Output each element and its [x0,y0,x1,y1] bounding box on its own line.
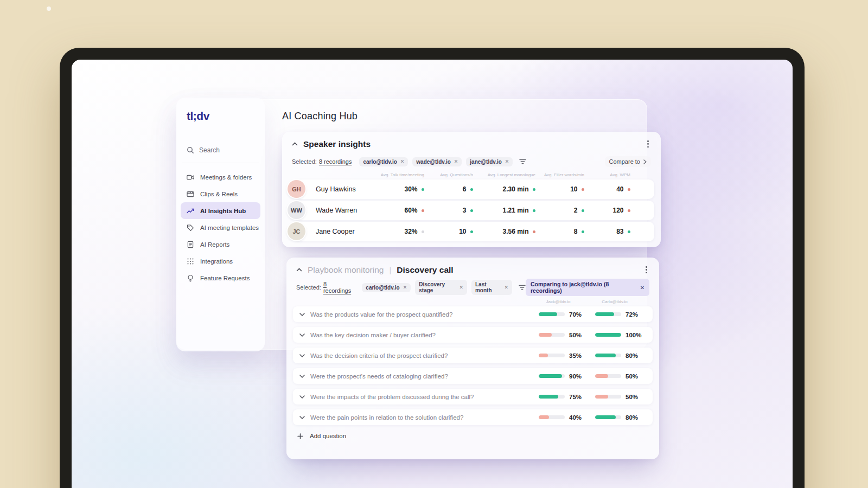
playbook-question-row[interactable]: Was the products value for the prospect … [293,306,653,322]
progress-bar-fill [595,415,616,419]
sidebar-item-clips-reels[interactable]: Clips & Reels [181,185,260,202]
progress-bar-fill [539,312,557,316]
score-group: 80% [595,352,645,359]
avatar: GH [288,180,305,198]
sidebar-item-meetings-folders[interactable]: Meetings & folders [181,169,260,185]
chevron-down-icon[interactable] [299,416,305,419]
score-group: 35% [539,352,589,359]
filter-chip-label: Discovery stage [419,281,456,293]
sidebar-item-feature-requests[interactable]: Feature Requests [181,269,260,286]
speaker-insights-header: Speaker insights [282,132,661,149]
playbook-question-row[interactable]: Was the key decision maker / buyer clari… [293,327,653,343]
comparing-to-label: Comparing to jack@tldv.io (8 recordings) [531,281,636,294]
score-group: 80% [595,414,645,421]
filter-chip[interactable]: jane@tldv.io✕ [466,157,513,166]
progress-bar-track [595,395,621,399]
sidebar-item-ai-insights-hub[interactable]: AI Insights Hub [181,202,260,219]
sidebar-item-integrations[interactable]: Integrations [181,253,260,269]
collapse-chevron-up-icon[interactable] [292,142,298,146]
sidebar-item-label: AI meeting templates [200,224,259,231]
progress-bar-fill [539,354,548,357]
chip-close-icon[interactable]: ✕ [400,159,405,164]
playbook-filter-row: Selected: 8 recordings carlo@tldv.io✕Dis… [296,282,649,293]
trend-chart-icon [187,207,195,215]
playbook-question-row[interactable]: Was the decision criteria of the prospec… [293,348,653,363]
kebab-menu-icon[interactable] [642,265,650,275]
filter-chip-label: Last month [475,281,501,293]
speaker-column-header: Avg. WPM [584,172,630,177]
score-percent: 80% [626,414,638,421]
status-dot-bad [628,209,631,213]
speaker-insights-card: Speaker insights Selected: 8 recordings … [282,132,661,247]
question-text: Was the products value for the prospect … [310,311,532,318]
search-field[interactable]: Search [187,146,265,154]
chevron-down-icon[interactable] [299,395,305,399]
chip-close-icon[interactable]: ✕ [403,285,407,290]
chevron-down-icon[interactable] [299,375,305,378]
metric-cell: 2 [535,207,584,214]
speaker-column-header: Avg. Questions/h [424,172,473,177]
filter-chip[interactable]: carlo@tldv.io✕ [362,283,411,292]
chip-close-icon[interactable]: ✕ [504,285,508,290]
selected-recordings-link[interactable]: 8 recordings [319,158,352,165]
sidebar-menu: Meetings & foldersClips & ReelsAI Insigh… [176,169,265,286]
progress-bar-track [539,374,565,378]
compare-to-button[interactable]: Compare to [605,156,651,167]
avatar: WW [288,201,305,219]
playbook-title: Discovery call [397,265,453,275]
kebab-menu-icon[interactable] [644,139,652,149]
add-question-button[interactable]: Add question [297,433,653,439]
chip-close-icon[interactable]: ✕ [505,159,509,164]
metric-cell: 40 [584,185,630,193]
filter-chip[interactable]: wade@tldv.io✕ [412,157,462,166]
progress-bar-track [539,333,565,337]
chevron-down-icon[interactable] [299,313,305,316]
progress-bar-track [595,374,621,378]
progress-bar-fill [595,312,614,316]
filter-icon[interactable] [519,284,526,291]
chevron-right-icon [643,159,647,164]
chip-close-icon[interactable]: ✕ [454,159,458,164]
score-group: 100% [595,332,645,338]
status-dot-good [628,230,631,234]
filter-icon[interactable] [519,158,526,165]
progress-bar-fill [539,395,558,399]
playbook-card: Playbook monitoring | Discovery call Sel… [286,258,659,459]
collapse-chevron-up-icon[interactable] [296,268,302,272]
laptop-frame: tl;dv Search Meetings & foldersClips & R… [60,48,805,488]
search-icon [187,146,194,154]
chip-close-icon[interactable]: ✕ [459,285,463,290]
playbook-question-row[interactable]: Were the pain points in relation to the … [293,409,653,425]
lightbulb-icon [187,274,195,282]
progress-bar-track [539,395,565,399]
metric-cell: 60% [373,207,424,214]
filter-chip[interactable]: Discovery stage✕ [415,280,467,295]
metric-value: 32% [404,228,417,235]
clapperboard-icon [187,190,195,198]
speaker-column-header: Avg. Longest monologue [473,172,535,177]
speaker-filter-row: Selected: 8 recordings carlo@tldv.io✕wad… [292,156,651,167]
sidebar-item-label: Meetings & folders [200,174,252,181]
selected-recordings-link[interactable]: 8 recordings [323,281,354,294]
playbook-question-row[interactable]: Were the impacts of the problem discusse… [293,389,653,404]
comparing-to-pill[interactable]: Comparing to jack@tldv.io (8 recordings)… [526,279,649,296]
filter-chip[interactable]: Last month✕ [471,280,512,295]
close-icon[interactable]: ✕ [640,285,644,291]
score-percent: 75% [569,394,582,400]
sidebar-item-ai-reports[interactable]: AI Reports [181,236,260,253]
chevron-down-icon[interactable] [299,333,305,337]
metric-cell: 83 [584,228,630,235]
speaker-row: JCJane Cooper32%103.56 min883 [295,222,654,241]
playbook-column-labels: Jack@tldv.ioCarlo@tldv.io [286,299,650,304]
metric-cell: 6 [424,185,473,193]
metric-cell: 32% [373,228,424,235]
filter-chip[interactable]: carlo@tldv.io✕ [359,157,408,166]
sidebar-item-ai-meeting-templates[interactable]: AI meeting templates [181,219,260,236]
playbook-question-row[interactable]: Were the prospect's needs of cataloging … [293,368,653,384]
metric-value: 40 [616,185,623,193]
progress-bar-fill [539,333,552,337]
progress-bar-fill [539,415,549,419]
progress-bar-track [539,354,565,357]
question-text: Were the pain points in relation to the … [310,414,532,421]
chevron-down-icon[interactable] [299,354,305,357]
